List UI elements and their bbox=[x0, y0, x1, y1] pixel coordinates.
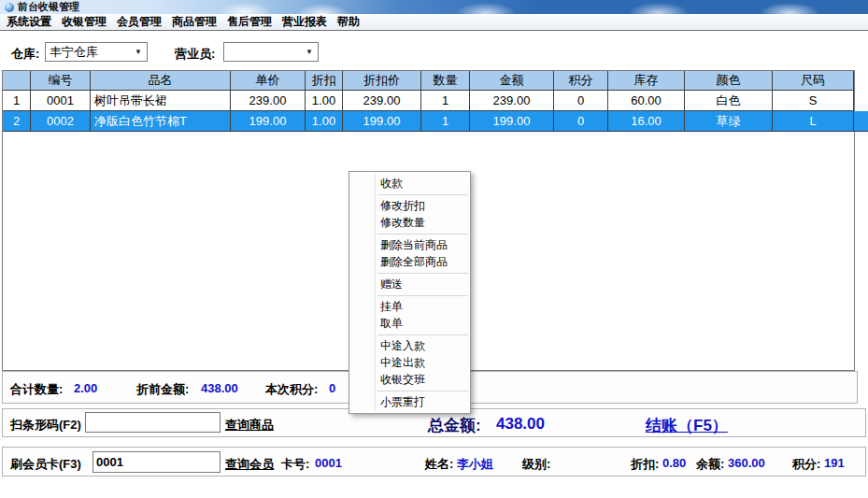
member-card-label: 刷会员卡(F3) bbox=[10, 456, 81, 473]
header-cell-stock: 库存 bbox=[608, 71, 685, 90]
header-cell-points: 积分 bbox=[554, 71, 608, 90]
chevron-down-icon[interactable]: ▼ bbox=[303, 43, 316, 61]
context-menu-item-edit-quantity[interactable]: 修改数量 bbox=[349, 214, 470, 231]
title-bar: 前台收银管理 bbox=[0, 0, 868, 14]
clerk-select[interactable]: ▼ bbox=[223, 42, 319, 62]
cell-size: S bbox=[773, 91, 854, 110]
member-discount-value: 0.80 bbox=[662, 456, 686, 470]
cell-name: 树叶吊带长裙 bbox=[91, 91, 231, 110]
cell-code: 0001 bbox=[31, 91, 91, 110]
context-menu-item-shift-change[interactable]: 收银交班 bbox=[349, 371, 470, 388]
cell-stock: 16.00 bbox=[608, 111, 685, 131]
cell-stock: 60.00 bbox=[608, 91, 685, 110]
header-cell-amount: 金额 bbox=[470, 71, 554, 90]
pre-discount-label: 折前金额: bbox=[136, 381, 189, 398]
cell-amount: 199.00 bbox=[470, 111, 554, 131]
query-member-link[interactable]: 查询会员 bbox=[225, 456, 274, 473]
header-cell-code: 编号 bbox=[31, 71, 91, 90]
cell-discount: 1.00 bbox=[306, 91, 343, 110]
query-product-link[interactable]: 查询商品 bbox=[225, 417, 274, 434]
app-icon bbox=[5, 3, 14, 12]
clerk-label: 营业员: bbox=[175, 46, 215, 63]
total-amount-value: 438.00 bbox=[496, 415, 545, 434]
member-panel: 刷会员卡(F3) 查询会员 卡号: 0001 姓名: 李小姐 级别: 折扣: 0… bbox=[2, 447, 866, 477]
cell-qty: 1 bbox=[421, 91, 470, 110]
warehouse-label: 仓库: bbox=[11, 46, 39, 63]
context-menu-item-receive-payment[interactable]: 收款 bbox=[349, 175, 470, 192]
cell-amount: 239.00 bbox=[470, 91, 554, 110]
member-card-input[interactable] bbox=[92, 451, 221, 473]
header-cell-color: 颜色 bbox=[685, 71, 773, 90]
context-menu-item-cash-out[interactable]: 中途出款 bbox=[349, 354, 470, 371]
cell-qty: 1 bbox=[421, 111, 470, 131]
cell-points: 0 bbox=[554, 91, 608, 110]
context-menu-item-cash-in[interactable]: 中途入款 bbox=[349, 337, 470, 354]
member-points-value: 191 bbox=[824, 456, 845, 470]
header-cell-qty: 数量 bbox=[421, 71, 470, 90]
context-menu-item-hold-order[interactable]: 挂单 bbox=[349, 298, 470, 315]
member-level-label: 级别: bbox=[522, 456, 550, 473]
header-cell-price: 单价 bbox=[231, 71, 306, 90]
member-name-value: 李小姐 bbox=[457, 456, 493, 473]
context-menu-item-edit-discount[interactable]: 修改折扣 bbox=[349, 197, 470, 214]
menu-item-help[interactable]: 帮助 bbox=[334, 14, 363, 30]
cell-size: L bbox=[773, 111, 854, 131]
table-row-selected[interactable]: 2 0002 净版白色竹节棉T 199.00 1.00 199.00 1 199… bbox=[3, 111, 868, 132]
card-no-value: 0001 bbox=[315, 456, 342, 470]
table-row[interactable]: 1 0001 树叶吊带长裙 239.00 1.00 239.00 1 239.0… bbox=[3, 91, 854, 111]
context-menu-item-delete-all-items[interactable]: 删除全部商品 bbox=[349, 253, 470, 270]
header-cell-discount: 折扣 bbox=[306, 71, 343, 90]
cell-color: 草绿 bbox=[685, 111, 773, 131]
menu-separator bbox=[377, 234, 468, 235]
table-header-row: 编号 品名 单价 折扣 折扣价 数量 金额 积分 库存 颜色 尺码 bbox=[3, 71, 854, 91]
menu-item-member-management[interactable]: 会员管理 bbox=[114, 14, 164, 30]
member-name-label: 姓名: bbox=[425, 456, 453, 473]
pre-discount-value: 438.00 bbox=[201, 381, 238, 395]
session-points-label: 本次积分: bbox=[265, 381, 318, 398]
menu-separator bbox=[377, 273, 468, 274]
barcode-input[interactable] bbox=[85, 412, 221, 433]
member-balance-label: 余额: bbox=[696, 456, 724, 473]
total-amount-label: 总金额: bbox=[428, 415, 481, 436]
header-cell-size: 尺码 bbox=[773, 71, 854, 90]
barcode-label: 扫条形码(F2) bbox=[10, 417, 81, 434]
warehouse-select[interactable]: 丰宁仓库 ▼ bbox=[45, 42, 148, 62]
context-menu-item-retrieve-order[interactable]: 取单 bbox=[349, 315, 470, 332]
menu-separator bbox=[377, 391, 468, 391]
session-points-value: 0 bbox=[329, 381, 335, 395]
cell-points: 0 bbox=[554, 111, 608, 131]
cell-rownum: 2 bbox=[3, 111, 31, 131]
member-discount-label: 折扣: bbox=[631, 456, 659, 473]
menu-separator bbox=[377, 334, 468, 335]
cell-rownum: 1 bbox=[3, 91, 31, 110]
window-title: 前台收银管理 bbox=[18, 0, 79, 14]
context-menu: 收款 修改折扣 修改数量 删除当前商品 删除全部商品 赠送 挂单 取单 中途入款… bbox=[349, 171, 471, 414]
member-points-label: 积分: bbox=[792, 456, 820, 473]
context-menu-item-delete-current-item[interactable]: 删除当前商品 bbox=[349, 236, 470, 253]
menu-separator bbox=[377, 295, 468, 296]
cell-discount-price: 239.00 bbox=[343, 91, 421, 110]
cell-price: 199.00 bbox=[231, 111, 306, 131]
chevron-down-icon[interactable]: ▼ bbox=[132, 43, 145, 61]
cell-discount: 1.00 bbox=[306, 111, 343, 131]
menu-item-cashier-management[interactable]: 收银管理 bbox=[59, 14, 109, 30]
cell-name: 净版白色竹节棉T bbox=[91, 111, 231, 131]
settle-f5-link[interactable]: 结账（F5） bbox=[646, 415, 728, 436]
header-cell-discount-price: 折扣价 bbox=[343, 71, 421, 90]
total-qty-value: 2.00 bbox=[74, 381, 97, 395]
menu-item-product-management[interactable]: 商品管理 bbox=[169, 14, 220, 30]
context-menu-item-gift[interactable]: 赠送 bbox=[349, 276, 470, 292]
context-menu-item-reprint-receipt[interactable]: 小票重打 bbox=[349, 393, 470, 410]
header-cell-rownum bbox=[3, 71, 31, 90]
menu-bar: 系统设置 收银管理 会员管理 商品管理 售后管理 营业报表 帮助 bbox=[0, 14, 868, 31]
cell-price: 239.00 bbox=[231, 91, 306, 110]
cell-discount-price: 199.00 bbox=[343, 111, 421, 131]
cell-color: 白色 bbox=[685, 91, 773, 110]
menu-item-business-reports[interactable]: 营业报表 bbox=[279, 14, 330, 30]
app-window: 前台收银管理 系统设置 收银管理 会员管理 商品管理 售后管理 营业报表 帮助 … bbox=[0, 0, 868, 498]
warehouse-selected-value: 丰宁仓库 bbox=[50, 45, 98, 59]
menu-item-after-sales-management[interactable]: 售后管理 bbox=[224, 14, 275, 30]
menu-item-system-settings[interactable]: 系统设置 bbox=[4, 14, 54, 30]
total-qty-label: 合计数量: bbox=[10, 381, 63, 398]
member-balance-value: 360.00 bbox=[728, 456, 765, 470]
